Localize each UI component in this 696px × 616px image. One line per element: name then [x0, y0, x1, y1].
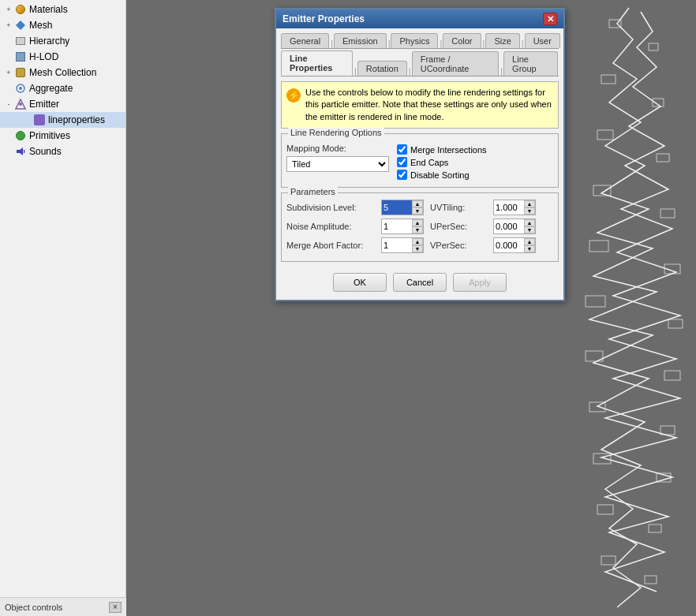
uvtiling-up[interactable]: ▲	[524, 200, 535, 207]
sidebar-item-sounds[interactable]: Sounds	[0, 144, 125, 159]
bottom-bar: Object controls ×	[0, 597, 126, 616]
sidebar-item-primitives[interactable]: Primitives	[0, 128, 125, 144]
sidebar-item-hlod[interactable]: H-LOD	[0, 49, 125, 65]
lineprops-icon	[33, 114, 46, 126]
ok-button[interactable]: OK	[333, 273, 387, 292]
tab-frame-ucoordinate[interactable]: Frame / UCoordinate	[412, 51, 500, 76]
svg-rect-24	[649, 525, 661, 532]
sounds-icon	[14, 145, 27, 158]
svg-rect-13	[589, 241, 608, 252]
merge-abort-factor-arrows[interactable]: ▲ ▼	[412, 238, 423, 252]
emitter-icon	[14, 98, 27, 110]
line-rendering-options-label: Line Rendering Options	[288, 128, 384, 137]
merge-intersections-checkbox[interactable]	[397, 144, 407, 155]
lightning-area	[562, 0, 696, 616]
params-cols: Subdivision Level: ▲ ▼ Noise Amplitude:	[286, 196, 553, 256]
uvtiling-input[interactable]	[494, 200, 524, 215]
merge-abort-factor-input[interactable]	[382, 238, 412, 252]
disable-sorting-checkbox[interactable]	[397, 170, 407, 180]
sidebar-item-aggregate[interactable]: Aggregate	[0, 80, 125, 96]
sidebar-item-label: Sounds	[29, 146, 62, 157]
tab-emission[interactable]: Emission	[334, 33, 387, 48]
upersec-input[interactable]	[494, 219, 524, 233]
tab-line-properties[interactable]: Line Properties	[281, 50, 353, 76]
uvtiling-down[interactable]: ▼	[524, 207, 535, 215]
uvtiling-label: UVTiling:	[430, 203, 493, 212]
vpersec-spinner[interactable]: ▲ ▼	[493, 237, 536, 253]
upersec-arrows[interactable]: ▲ ▼	[524, 219, 535, 233]
params-right: UVTiling: ▲ ▼ UPerSec:	[430, 196, 553, 256]
vpersec-up[interactable]: ▲	[524, 238, 535, 245]
disable-sorting-label: Disable Sorting	[410, 170, 470, 180]
noise-amplitude-down[interactable]: ▼	[412, 226, 423, 233]
tab-color[interactable]: Color	[443, 33, 481, 48]
subdivision-level-up[interactable]: ▲	[412, 200, 423, 207]
tab-line-group[interactable]: Line Group	[503, 51, 558, 76]
tab-user[interactable]: User	[525, 33, 560, 48]
subdivision-level-input[interactable]	[382, 200, 412, 215]
uvtiling-arrows[interactable]: ▲ ▼	[524, 200, 535, 215]
parameters-label: Parameters	[288, 187, 338, 196]
tab-physics[interactable]: Physics	[391, 33, 438, 48]
svg-rect-25	[601, 556, 616, 565]
vpersec-arrows[interactable]: ▲ ▼	[524, 238, 535, 252]
expand-icon: -	[3, 99, 14, 110]
info-icon: ⚡	[286, 88, 301, 103]
sidebar-item-emitter[interactable]: - Emitter	[0, 96, 125, 112]
expand-icon	[3, 146, 14, 157]
sidebar-item-mesh[interactable]: + Mesh	[0, 17, 125, 33]
merge-abort-factor-up[interactable]: ▲	[412, 238, 423, 245]
subdivision-level-down[interactable]: ▼	[412, 207, 423, 215]
tab-size[interactable]: Size	[485, 33, 519, 48]
upersec-up[interactable]: ▲	[524, 219, 535, 226]
merge-abort-factor-spinner[interactable]: ▲ ▼	[381, 237, 424, 253]
primitives-icon	[14, 129, 27, 142]
end-caps-checkbox[interactable]	[397, 157, 407, 167]
subdivision-level-arrows[interactable]: ▲ ▼	[412, 200, 423, 215]
merge-abort-factor-down[interactable]: ▼	[412, 245, 423, 252]
upersec-spinner[interactable]: ▲ ▼	[493, 218, 536, 234]
bottom-bar-close-button[interactable]: ×	[109, 602, 122, 613]
vpersec-label: VPerSec:	[430, 241, 493, 250]
sidebar-item-label: H-LOD	[29, 51, 58, 62]
sidebar-item-lineproperties[interactable]: lineproperties	[0, 112, 125, 128]
sidebar-item-meshcollection[interactable]: + Mesh Collection	[0, 65, 125, 80]
line-rendering-options-group: Line Rendering Options Mapping Mode: Til…	[281, 133, 559, 188]
hlod-icon	[14, 50, 27, 63]
upersec-down[interactable]: ▼	[524, 226, 535, 233]
noise-amplitude-spinner[interactable]: ▲ ▼	[381, 218, 424, 234]
noise-amplitude-up[interactable]: ▲	[412, 219, 423, 226]
object-controls-label: Object controls	[5, 603, 62, 612]
svg-rect-10	[657, 154, 669, 162]
sidebar-item-label: lineproperties	[48, 114, 105, 125]
cancel-button[interactable]: Cancel	[393, 273, 447, 292]
uvtiling-spinner[interactable]: ▲ ▼	[493, 200, 536, 215]
expand-icon	[3, 130, 14, 141]
expand-icon	[22, 114, 33, 125]
sidebar-item-hierarchy[interactable]: Hierarchy	[0, 33, 125, 49]
tab-rotation[interactable]: Rotation	[357, 61, 407, 76]
svg-rect-12	[660, 209, 675, 218]
apply-button[interactable]: Apply	[453, 273, 507, 292]
vpersec-row: VPerSec: ▲ ▼	[430, 237, 553, 253]
tab-row-1: General | Emission | Physics | Color | S…	[281, 33, 559, 49]
mapping-mode-select[interactable]: Tiled Uniform	[286, 156, 389, 172]
noise-amplitude-arrows[interactable]: ▲ ▼	[412, 219, 423, 233]
dialog-close-button[interactable]: ✕	[543, 13, 557, 25]
tab-general[interactable]: General	[281, 33, 329, 48]
svg-rect-20	[660, 426, 675, 435]
vpersec-down[interactable]: ▼	[524, 245, 535, 252]
merge-intersections-row: Merge Intersections	[397, 144, 487, 155]
params-left: Subdivision Level: ▲ ▼ Noise Amplitude:	[286, 196, 424, 256]
tab-row-2: Line Properties | Rotation | Frame / UCo…	[281, 50, 559, 77]
vpersec-input[interactable]	[494, 238, 524, 252]
noise-amplitude-input[interactable]	[382, 219, 412, 233]
meshcol-icon	[14, 66, 27, 79]
sidebar-item-materials[interactable]: + Materials	[0, 2, 125, 17]
expand-icon	[3, 35, 14, 47]
expand-icon	[3, 51, 14, 62]
end-caps-label: End Caps	[410, 158, 448, 167]
merge-intersections-label: Merge Intersections	[410, 145, 487, 155]
subdivision-level-spinner[interactable]: ▲ ▼	[381, 200, 424, 215]
dialog-buttons: OK Cancel Apply	[281, 267, 559, 295]
